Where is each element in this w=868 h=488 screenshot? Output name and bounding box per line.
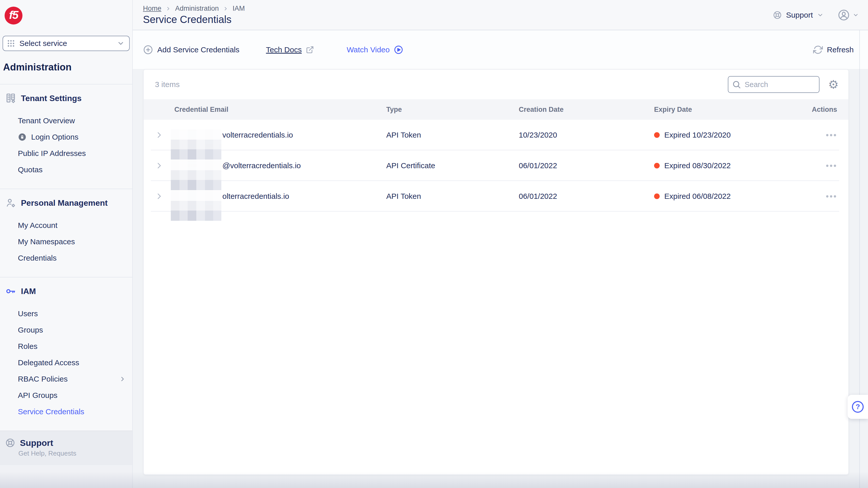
chevron-down-icon	[817, 12, 824, 19]
support-title: Support	[20, 438, 53, 448]
service-credentials-card: 3 items ⚙ Credential Email Type Creation…	[144, 69, 848, 475]
nav-group-title: Personal Management	[21, 198, 108, 208]
row-expander-chevron-icon[interactable]	[144, 162, 174, 170]
sidebar-item-public-ip-addresses[interactable]: Public IP Addresses	[0, 145, 132, 162]
sidebar-item-login-options[interactable]: Login Options	[0, 129, 132, 145]
type-cell: API Token	[386, 131, 519, 139]
sidebar-support[interactable]: Support Get Help, Requests	[0, 430, 132, 465]
support-menu-button[interactable]: Support	[773, 10, 824, 20]
sidebar: f5 Select service Administration	[0, 0, 133, 488]
watch-video-label: Watch Video	[347, 45, 390, 54]
creation-date-cell: 06/01/2022	[519, 192, 654, 201]
row-expander-chevron-icon[interactable]	[144, 131, 174, 139]
type-cell: API Token	[386, 192, 519, 201]
redacted-email-block	[171, 129, 221, 160]
redacted-email-block	[171, 160, 221, 190]
plus-circle-icon	[143, 45, 153, 55]
expired-status-dot	[654, 163, 660, 168]
breadcrumb-iam[interactable]: IAM	[232, 5, 245, 12]
sidebar-item-users[interactable]: Users	[0, 305, 132, 322]
tech-docs-link[interactable]: Tech Docs	[266, 45, 314, 54]
column-header-type[interactable]: Type	[386, 106, 519, 113]
sidebar-item-my-account[interactable]: My Account	[0, 217, 132, 233]
sidebar-item-label: RBAC Policies	[18, 375, 68, 383]
sidebar-item-label: Credentials	[18, 254, 57, 262]
actions-cell	[797, 195, 848, 198]
sidebar-item-my-namespaces[interactable]: My Namespaces	[0, 233, 132, 250]
service-selector[interactable]: Select service	[3, 36, 130, 51]
nav-group-header-iam[interactable]: IAM	[0, 285, 132, 297]
column-header-credential-email[interactable]: Credential Email	[174, 106, 386, 113]
life-buoy-icon	[773, 10, 782, 20]
refresh-button[interactable]: Refresh	[813, 45, 854, 55]
external-link-icon	[306, 46, 314, 54]
help-button[interactable]: ?	[847, 395, 868, 419]
creation-date-cell: 06/01/2022	[519, 161, 654, 170]
refresh-icon	[813, 45, 823, 55]
expiry-label: Expired 10/23/2020	[664, 131, 731, 139]
f5-logo: f5	[5, 7, 23, 25]
chevron-right-icon	[165, 6, 171, 11]
sidebar-item-credentials[interactable]: Credentials	[0, 250, 132, 266]
sidebar-item-label: My Namespaces	[18, 237, 75, 246]
person-gear-icon	[5, 197, 16, 208]
avatar-icon	[838, 9, 849, 21]
sidebar-item-label: API Groups	[18, 391, 57, 400]
add-service-credentials-button[interactable]: Add Service Credentials	[143, 45, 240, 55]
sidebar-item-delegated-access[interactable]: Delegated Access	[0, 355, 132, 371]
f5-logo-text: f5	[9, 9, 18, 22]
breadcrumb-home[interactable]: Home	[143, 5, 161, 12]
nav-group-personal-management: Personal Management My Account My Namesp…	[0, 189, 132, 277]
sidebar-item-roles[interactable]: Roles	[0, 338, 132, 355]
row-actions-ellipsis-icon[interactable]	[826, 134, 836, 136]
nav-group-title: IAM	[21, 287, 36, 296]
tech-docs-label: Tech Docs	[266, 45, 302, 54]
sidebar-item-label: Public IP Addresses	[18, 149, 86, 158]
row-expander-chevron-icon[interactable]	[144, 192, 174, 200]
sidebar-item-groups[interactable]: Groups	[0, 322, 132, 338]
breadcrumb: Home Administration IAM	[143, 5, 245, 12]
support-subtitle: Get Help, Requests	[19, 450, 132, 457]
expiry-cell: Expired 06/08/2022	[654, 192, 797, 201]
table-controls: 3 items ⚙	[144, 70, 848, 99]
key-icon	[5, 286, 16, 297]
add-service-credentials-label: Add Service Credentials	[157, 45, 240, 54]
sidebar-item-label: Quotas	[18, 165, 43, 174]
column-header-creation-date[interactable]: Creation Date	[519, 106, 654, 113]
grid-icon	[7, 39, 15, 48]
row-actions-ellipsis-icon[interactable]	[826, 195, 836, 198]
app-root: f5 Select service Administration	[0, 0, 868, 488]
sidebar-item-rbac-policies[interactable]: RBAC Policies	[0, 371, 132, 387]
expired-status-dot	[654, 193, 660, 199]
watch-video-link[interactable]: Watch Video	[347, 45, 403, 55]
user-menu-button[interactable]	[838, 9, 859, 21]
column-header-actions: Actions	[797, 106, 848, 113]
nav-group-header-personal-management[interactable]: Personal Management	[0, 197, 132, 209]
chevron-right-icon	[119, 376, 126, 383]
sidebar-item-label: Tenant Overview	[18, 117, 75, 125]
sidebar-filler	[0, 465, 132, 488]
nav-group-iam: IAM Users Groups Roles Delegated Access …	[0, 277, 132, 430]
sidebar-item-api-groups[interactable]: API Groups	[0, 387, 132, 403]
scroll-gutter-line	[859, 30, 860, 488]
sidebar-item-label: Users	[18, 310, 38, 318]
column-header-expiry-date[interactable]: Expiry Date	[654, 106, 797, 113]
tenant-settings-icon	[5, 93, 16, 104]
content-area: 3 items ⚙ Credential Email Type Creation…	[133, 69, 868, 488]
life-buoy-icon	[5, 438, 15, 448]
breadcrumb-administration[interactable]: Administration	[175, 5, 219, 12]
sidebar-item-tenant-overview[interactable]: Tenant Overview	[0, 112, 132, 129]
search-icon	[732, 80, 741, 89]
sidebar-nav: Tenant Settings Tenant Overview Login Op…	[0, 84, 132, 430]
search-input[interactable]	[728, 76, 819, 93]
top-header: Home Administration IAM Service Credenti…	[133, 0, 868, 30]
sidebar-item-service-credentials[interactable]: Service Credentials	[0, 403, 132, 420]
actions-cell	[797, 134, 848, 136]
row-actions-ellipsis-icon[interactable]	[826, 165, 836, 167]
sidebar-item-label: Service Credentials	[18, 408, 84, 416]
support-menu-label: Support	[786, 11, 813, 20]
sidebar-item-label: Groups	[18, 326, 43, 334]
sidebar-item-quotas[interactable]: Quotas	[0, 162, 132, 178]
table-settings-gear-icon[interactable]: ⚙	[828, 78, 839, 90]
nav-group-header-tenant-settings[interactable]: Tenant Settings	[0, 92, 132, 104]
